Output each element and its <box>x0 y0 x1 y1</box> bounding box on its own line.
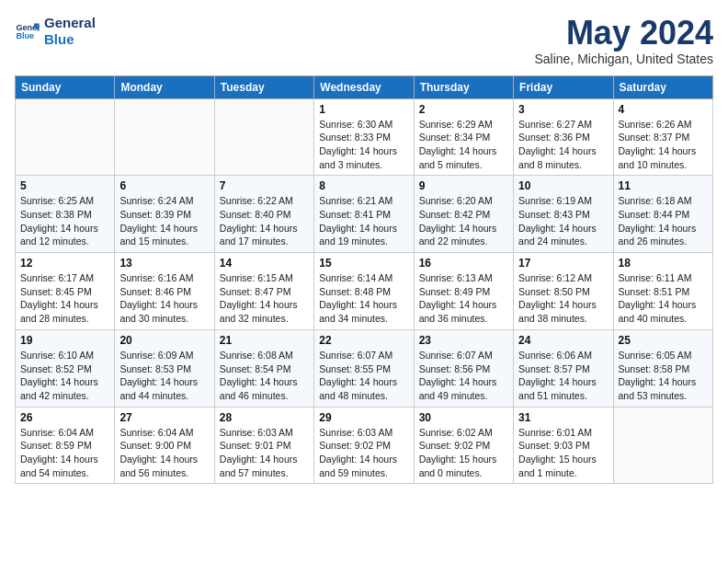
day-info: Sunrise: 6:19 AM Sunset: 8:43 PM Dayligh… <box>518 194 608 248</box>
day-number: 22 <box>319 334 408 347</box>
day-number: 2 <box>419 103 508 116</box>
day-info: Sunrise: 6:27 AM Sunset: 8:36 PM Dayligh… <box>518 118 608 172</box>
day-number: 21 <box>220 334 309 347</box>
day-number: 18 <box>619 257 708 270</box>
calendar-day-5: 5Sunrise: 6:25 AM Sunset: 8:38 PM Daylig… <box>16 176 115 253</box>
day-info: Sunrise: 6:17 AM Sunset: 8:45 PM Dayligh… <box>20 271 109 326</box>
calendar-day-14: 14Sunrise: 6:15 AM Sunset: 8:47 PM Dayli… <box>214 253 313 330</box>
day-number: 26 <box>20 411 109 424</box>
day-info: Sunrise: 6:04 AM Sunset: 9:00 PM Dayligh… <box>119 426 209 480</box>
location: Saline, Michigan, United States <box>534 52 713 66</box>
day-number: 10 <box>518 179 608 192</box>
day-info: Sunrise: 6:02 AM Sunset: 9:02 PM Dayligh… <box>419 426 508 480</box>
day-number: 5 <box>20 179 109 192</box>
day-info: Sunrise: 6:18 AM Sunset: 8:44 PM Dayligh… <box>619 194 708 248</box>
day-info: Sunrise: 6:07 AM Sunset: 8:55 PM Dayligh… <box>319 349 408 403</box>
calendar-day-15: 15Sunrise: 6:14 AM Sunset: 8:48 PM Dayli… <box>314 253 414 330</box>
calendar-header-saturday: Saturday <box>613 75 712 98</box>
calendar-table: SundayMondayTuesdayWednesdayThursdayFrid… <box>15 75 713 485</box>
day-number: 30 <box>419 411 508 424</box>
calendar-header-monday: Monday <box>115 75 214 98</box>
calendar-day-26: 26Sunrise: 6:04 AM Sunset: 8:59 PM Dayli… <box>16 407 115 484</box>
calendar-day-30: 30Sunrise: 6:02 AM Sunset: 9:02 PM Dayli… <box>414 407 513 484</box>
day-info: Sunrise: 6:04 AM Sunset: 8:59 PM Dayligh… <box>20 426 109 480</box>
day-info: Sunrise: 6:11 AM Sunset: 8:51 PM Dayligh… <box>619 271 708 326</box>
logo-text-blue: Blue <box>44 31 96 48</box>
day-info: Sunrise: 6:30 AM Sunset: 8:33 PM Dayligh… <box>319 118 408 172</box>
day-info: Sunrise: 6:20 AM Sunset: 8:42 PM Dayligh… <box>419 194 508 248</box>
calendar-header-thursday: Thursday <box>414 75 513 98</box>
calendar-day-1: 1Sunrise: 6:30 AM Sunset: 8:33 PM Daylig… <box>314 98 414 176</box>
calendar-day-9: 9Sunrise: 6:20 AM Sunset: 8:42 PM Daylig… <box>414 176 513 253</box>
day-number: 4 <box>619 103 708 116</box>
calendar-day-19: 19Sunrise: 6:10 AM Sunset: 8:52 PM Dayli… <box>16 329 115 407</box>
calendar-empty-cell <box>613 407 712 484</box>
logo-text-general: General <box>44 15 96 31</box>
calendar-day-17: 17Sunrise: 6:12 AM Sunset: 8:50 PM Dayli… <box>514 253 613 330</box>
day-number: 16 <box>419 257 508 270</box>
calendar-day-18: 18Sunrise: 6:11 AM Sunset: 8:51 PM Dayli… <box>613 253 712 330</box>
calendar-empty-cell <box>16 98 115 176</box>
calendar-week-row: 5Sunrise: 6:25 AM Sunset: 8:38 PM Daylig… <box>16 176 713 253</box>
calendar-header-wednesday: Wednesday <box>314 75 414 98</box>
calendar-header-row: SundayMondayTuesdayWednesdayThursdayFrid… <box>16 75 713 98</box>
calendar-header-tuesday: Tuesday <box>214 75 313 98</box>
calendar-empty-cell <box>214 98 313 176</box>
calendar-day-31: 31Sunrise: 6:01 AM Sunset: 9:03 PM Dayli… <box>514 407 613 484</box>
day-number: 24 <box>518 334 608 347</box>
day-number: 28 <box>220 411 309 424</box>
calendar-day-23: 23Sunrise: 6:07 AM Sunset: 8:56 PM Dayli… <box>414 329 513 407</box>
calendar-day-10: 10Sunrise: 6:19 AM Sunset: 8:43 PM Dayli… <box>514 176 613 253</box>
day-info: Sunrise: 6:05 AM Sunset: 8:58 PM Dayligh… <box>619 349 708 403</box>
calendar-header-friday: Friday <box>514 75 613 98</box>
day-info: Sunrise: 6:16 AM Sunset: 8:46 PM Dayligh… <box>119 271 209 326</box>
day-number: 6 <box>119 179 209 192</box>
calendar-empty-cell <box>115 98 214 176</box>
month-title: May 2024 <box>534 15 713 52</box>
day-number: 11 <box>619 179 708 192</box>
day-number: 8 <box>319 179 408 192</box>
day-number: 13 <box>119 257 209 270</box>
calendar-day-2: 2Sunrise: 6:29 AM Sunset: 8:34 PM Daylig… <box>414 98 513 176</box>
calendar-day-21: 21Sunrise: 6:08 AM Sunset: 8:54 PM Dayli… <box>214 329 313 407</box>
day-number: 1 <box>319 103 408 116</box>
day-number: 3 <box>518 103 608 116</box>
day-number: 19 <box>20 334 109 347</box>
day-info: Sunrise: 6:24 AM Sunset: 8:39 PM Dayligh… <box>119 194 209 248</box>
day-info: Sunrise: 6:21 AM Sunset: 8:41 PM Dayligh… <box>319 194 408 248</box>
calendar-day-16: 16Sunrise: 6:13 AM Sunset: 8:49 PM Dayli… <box>414 253 513 330</box>
calendar-day-12: 12Sunrise: 6:17 AM Sunset: 8:45 PM Dayli… <box>16 253 115 330</box>
day-number: 7 <box>220 179 309 192</box>
day-info: Sunrise: 6:10 AM Sunset: 8:52 PM Dayligh… <box>20 349 109 403</box>
calendar-week-row: 1Sunrise: 6:30 AM Sunset: 8:33 PM Daylig… <box>16 98 713 176</box>
calendar-day-27: 27Sunrise: 6:04 AM Sunset: 9:00 PM Dayli… <box>115 407 214 484</box>
day-info: Sunrise: 6:22 AM Sunset: 8:40 PM Dayligh… <box>220 194 309 248</box>
calendar-day-22: 22Sunrise: 6:07 AM Sunset: 8:55 PM Dayli… <box>314 329 414 407</box>
logo: General Blue General Blue <box>15 15 96 48</box>
calendar-day-6: 6Sunrise: 6:24 AM Sunset: 8:39 PM Daylig… <box>115 176 214 253</box>
calendar-day-3: 3Sunrise: 6:27 AM Sunset: 8:36 PM Daylig… <box>514 98 613 176</box>
day-info: Sunrise: 6:06 AM Sunset: 8:57 PM Dayligh… <box>518 349 608 403</box>
day-number: 29 <box>319 411 408 424</box>
calendar-header-sunday: Sunday <box>16 75 115 98</box>
calendar-day-4: 4Sunrise: 6:26 AM Sunset: 8:37 PM Daylig… <box>613 98 712 176</box>
day-number: 25 <box>619 334 708 347</box>
day-number: 15 <box>319 257 408 270</box>
calendar-day-29: 29Sunrise: 6:03 AM Sunset: 9:02 PM Dayli… <box>314 407 414 484</box>
day-info: Sunrise: 6:09 AM Sunset: 8:53 PM Dayligh… <box>119 349 209 403</box>
title-block: May 2024 Saline, Michigan, United States <box>534 15 713 66</box>
day-number: 17 <box>518 257 608 270</box>
day-info: Sunrise: 6:29 AM Sunset: 8:34 PM Dayligh… <box>419 118 508 172</box>
day-info: Sunrise: 6:07 AM Sunset: 8:56 PM Dayligh… <box>419 349 508 403</box>
page-header: General Blue General Blue May 2024 Salin… <box>15 15 713 66</box>
day-info: Sunrise: 6:03 AM Sunset: 9:02 PM Dayligh… <box>319 426 408 480</box>
calendar-week-row: 19Sunrise: 6:10 AM Sunset: 8:52 PM Dayli… <box>16 329 713 407</box>
calendar-week-row: 26Sunrise: 6:04 AM Sunset: 8:59 PM Dayli… <box>16 407 713 484</box>
logo-icon: General Blue <box>15 18 40 44</box>
day-info: Sunrise: 6:26 AM Sunset: 8:37 PM Dayligh… <box>619 118 708 172</box>
day-number: 12 <box>20 257 109 270</box>
day-info: Sunrise: 6:13 AM Sunset: 8:49 PM Dayligh… <box>419 271 508 326</box>
day-info: Sunrise: 6:14 AM Sunset: 8:48 PM Dayligh… <box>319 271 408 326</box>
day-number: 27 <box>119 411 209 424</box>
calendar-day-28: 28Sunrise: 6:03 AM Sunset: 9:01 PM Dayli… <box>214 407 313 484</box>
